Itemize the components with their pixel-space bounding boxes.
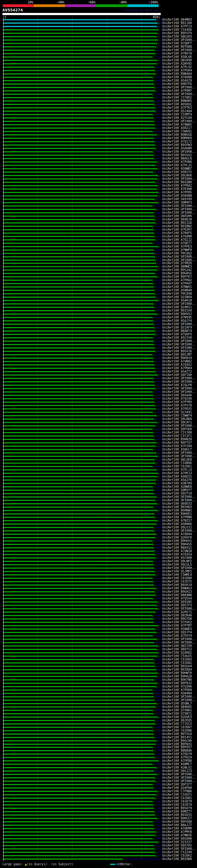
hit-bar[interactable] — [4, 486, 153, 488]
hit-bar[interactable] — [4, 229, 153, 230]
hit-bar[interactable] — [4, 618, 153, 620]
hit-label[interactable]: UniRef100_B8AB74 — [162, 330, 192, 333]
hit-bar[interactable] — [4, 676, 157, 677]
hit-bar[interactable] — [4, 554, 155, 555]
hit-label[interactable]: UniRef100_B9MXK9 — [162, 137, 192, 140]
hit-bar[interactable] — [4, 679, 154, 680]
hit-bar[interactable] — [4, 561, 153, 562]
hit-label[interactable]: UniRef100_UPI000.. — [162, 49, 195, 52]
hit-label[interactable]: UniRef100_B9FUT0 — [162, 32, 192, 35]
hit-bar[interactable] — [4, 347, 155, 348]
hit-label[interactable]: UniRef100_B8AVS1 — [162, 546, 192, 549]
hit-label[interactable]: UniRef100_Q6DT52 — [162, 648, 192, 651]
hit-label[interactable]: UniRef100_C0JD87 — [162, 726, 192, 729]
hit-bar[interactable] — [4, 669, 156, 670]
hit-label[interactable]: UniRef100_B8AJZ7 — [162, 824, 192, 827]
hit-label[interactable]: UniRef100_C5XMT9 — [162, 113, 192, 116]
hit-bar[interactable] — [4, 63, 156, 64]
hit-bar[interactable] — [4, 770, 154, 772]
hit-bar[interactable] — [4, 537, 155, 538]
hit-bar[interactable] — [4, 141, 154, 142]
hit-label[interactable]: UniRef100_B9F6Q0 — [162, 820, 192, 823]
hit-label[interactable]: UniRef100_Q7XV62 — [162, 621, 192, 624]
hit-bar[interactable] — [4, 239, 155, 241]
hit-bar[interactable] — [4, 506, 153, 508]
hit-bar[interactable] — [4, 753, 154, 755]
hit-bar[interactable] — [4, 313, 157, 315]
hit-bar[interactable] — [4, 331, 155, 332]
hit-label[interactable]: UniRef100_C5WMC4 — [162, 573, 192, 577]
hit-bar[interactable] — [4, 111, 156, 112]
hit-bar[interactable] — [4, 727, 152, 728]
hit-bar[interactable] — [4, 127, 155, 129]
hit-bar[interactable] — [4, 178, 157, 180]
hit-bar[interactable] — [4, 835, 155, 836]
hit-label[interactable]: UniRef100_Q5Z4A4 — [162, 110, 192, 113]
hit-label[interactable]: UniRef100_B9IIG6 — [162, 221, 192, 224]
hit-label[interactable]: UniRef100_A7PTK3 — [162, 106, 192, 109]
hit-label[interactable]: UniRef100_Q9LNP2 — [162, 560, 192, 563]
hit-bar[interactable] — [4, 161, 157, 162]
hit-bar[interactable] — [4, 635, 153, 637]
hit-label[interactable]: UniRef100_Q9SA46 — [162, 394, 192, 397]
hit-label[interactable]: UniRef100_C0JD62 — [162, 854, 192, 857]
hit-label[interactable]: UniRef100_B9IJ60 — [162, 22, 192, 25]
hit-label[interactable]: UniRef100_B9T5G9 — [162, 733, 192, 736]
hit-bar[interactable] — [4, 547, 154, 548]
hit-label[interactable]: UniRef100_A7Q4V2 — [162, 363, 192, 366]
hit-bar[interactable] — [4, 145, 155, 146]
hit-label[interactable]: UniRef100_Q9LNU6 — [162, 174, 192, 177]
hit-label[interactable]: UniRef100_C5Y8R2 — [162, 96, 192, 99]
hit-bar[interactable] — [4, 530, 154, 531]
hit-bar[interactable] — [4, 445, 156, 447]
hit-bar[interactable] — [4, 273, 155, 274]
hit-label[interactable]: UniRef100_Q10R82 — [162, 651, 192, 654]
hit-label[interactable]: UniRef100_A7Q044 — [162, 533, 192, 536]
hit-bar[interactable] — [4, 700, 154, 701]
hit-bar[interactable] — [4, 828, 154, 829]
hit-label[interactable]: UniRef100_A7Q306 — [162, 685, 192, 688]
hit-label[interactable]: UniRef100_A5B4B4 — [162, 692, 192, 695]
hit-label[interactable]: UniRef100_A7R380 — [162, 188, 192, 191]
hit-label[interactable]: UniRef100_Q7XRD1 — [162, 709, 192, 712]
hit-label[interactable]: UniRef100_A7PH47 — [162, 282, 192, 285]
hit-label[interactable]: UniRef100_B9HVV2 — [162, 313, 192, 316]
hit-label[interactable]: UniRef100_Q7XB71 — [162, 712, 192, 715]
hit-label[interactable]: UniRef100_A7Q5S4 — [162, 597, 192, 600]
hit-label[interactable]: UniRef100_A7PL31 — [162, 164, 192, 167]
hit-label[interactable]: UniRef100_A7QDF7 — [162, 42, 192, 45]
hit-bar[interactable] — [4, 435, 154, 437]
hit-label[interactable]: UniRef100_C5XN96 — [162, 462, 192, 465]
hit-label[interactable]: UniRef100_Q9SVA5 — [162, 600, 192, 603]
hit-bar[interactable] — [4, 625, 158, 626]
hit-label[interactable]: UniRef100_Q0JEQ5 — [162, 719, 192, 722]
hit-bar[interactable] — [4, 300, 158, 301]
hit-bar[interactable] — [4, 744, 156, 745]
hit-label[interactable]: UniRef100_A5C5V0 — [162, 336, 192, 339]
hit-label[interactable]: UniRef100_A5AVZ9 — [162, 79, 192, 82]
hit-bar[interactable] — [4, 341, 153, 342]
hit-label[interactable]: UniRef100_A7PDM7 — [162, 89, 192, 92]
hit-label[interactable]: UniRef100_A7QUP3 — [162, 333, 192, 336]
hit-bar[interactable] — [4, 94, 152, 95]
hit-label[interactable]: UniRef100_Q9LUJ2 — [162, 526, 192, 529]
hit-label[interactable]: UniRef100_Q1SN04 — [162, 296, 192, 299]
hit-label[interactable]: UniRef100_A7PRH4 — [162, 367, 192, 370]
hit-bar[interactable] — [4, 66, 154, 68]
hit-bar[interactable] — [4, 39, 158, 41]
hit-label[interactable]: UniRef100_O49399 — [162, 198, 192, 201]
hit-label[interactable]: UniRef100_UPI000.. — [162, 86, 195, 89]
hit-bar[interactable] — [4, 794, 156, 795]
hit-label[interactable]: UniRef100_B9RTF6 — [162, 83, 192, 86]
hit-bar[interactable] — [4, 262, 156, 264]
hit-label[interactable]: UniRef100_A7QE77 — [162, 242, 192, 245]
hit-bar[interactable] — [4, 175, 158, 176]
hit-label[interactable]: UniRef100_B9IK55 — [162, 813, 192, 816]
hit-bar[interactable] — [4, 825, 153, 826]
hit-bar[interactable] — [4, 787, 153, 788]
hit-bar[interactable] — [4, 622, 154, 623]
hit-label[interactable]: UniRef100_A7NWP9 — [162, 248, 192, 252]
hit-label[interactable]: UniRef100_B9HUV1 — [162, 539, 192, 542]
hit-label[interactable]: UniRef100_B9HBW1 — [162, 509, 192, 512]
hit-bar[interactable] — [4, 713, 153, 714]
